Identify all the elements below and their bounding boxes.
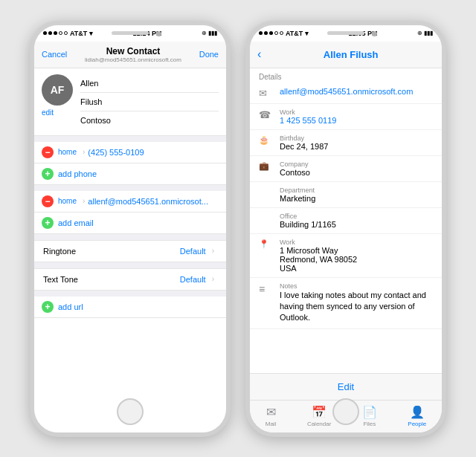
detail-dept-label: Department [280,187,433,194]
section-gap-5 [34,291,226,296]
section-gap-4 [34,262,226,268]
add-email-button[interactable]: + [42,217,54,229]
last-name-field[interactable]: Filush [80,93,219,111]
status-right-1: ⊕ ▮▮▮ [202,30,217,36]
email-value[interactable]: allenf@mod545651.onmicrosot... [88,197,208,206]
tab-mail[interactable]: ✉ Mail [266,405,277,427]
back-button[interactable]: ‹ [257,48,261,61]
detail-company-label: Company [280,161,433,168]
wifi-icon-2: ▾ [305,30,309,37]
calendar-tab-icon: 📅 [312,405,327,419]
phone-1: AT&T ▾ 11:24 PM ⊕ ▮▮▮ Cancel New Contact… [30,21,231,437]
detail-company-value: Contoso [280,168,433,177]
first-name-field[interactable]: Allen [80,74,219,93]
remove-phone-button[interactable]: − [42,146,54,158]
home-button-1[interactable] [117,398,144,425]
detail-email-info: allenf@mod545651.onmicrosoft.com [280,87,433,96]
add-phone-row[interactable]: + add phone [34,163,226,185]
detail-dept-info: Department Marketing [280,187,433,203]
phone-row: − home › (425) 555-0109 [34,142,226,163]
files-tab-label: Files [363,421,376,427]
home-button-2[interactable] [332,398,359,425]
wifi-icon-1: ▾ [89,30,93,37]
name-fields: Allen Filush Contoso [80,74,219,129]
detail-row-notes: ≡ Notes I love taking notes about my con… [250,278,442,329]
detail-birthday-info: Birthday Dec 24, 1987 [280,134,433,151]
section-gap-1 [34,136,226,142]
mail-tab-label: Mail [266,421,277,427]
detail-row-birthday: 🎂 Birthday Dec 24, 1987 [250,130,442,156]
avatar-section: AF edit Allen Filush Contoso [34,68,226,136]
phone-icon: ☎ [259,108,274,120]
detail-row-phone: ☎ Work 1 425 555 0119 [250,104,442,130]
birthday-icon: 🎂 [259,134,274,145]
people-tab-label: People [408,421,426,427]
speaker [112,31,149,35]
add-url-label: add url [58,302,83,311]
detail-phone-value[interactable]: 1 425 555 0119 [280,116,433,125]
tab-people[interactable]: 👤 People [408,405,426,427]
edit-bar: Edit [250,373,442,400]
texttone-chevron: › [212,275,214,283]
detail-title: Allen Filush [267,49,434,60]
detail-notes-info: Notes I love taking notes about my conta… [280,282,433,324]
detail-row-email: ✉ allenf@mod545651.onmicrosoft.com [250,82,442,104]
files-tab-icon: 📄 [362,405,377,419]
nav-subtitle-1: lidiah@mod545651.onmicrosoft.com [85,56,181,63]
done-button[interactable]: Done [199,50,219,59]
email-label-chevron: › [83,197,85,205]
remove-email-button[interactable]: − [42,195,54,207]
detail-birthday-label: Birthday [280,134,433,142]
detail-phone-info: Work 1 425 555 0119 [280,108,433,125]
ringtone-right: Default › [180,247,217,256]
section-gap-2 [34,185,226,191]
status-right-2: ⊕ ▮▮▮ [417,30,433,36]
cancel-button[interactable]: Cancel [42,50,67,59]
texttone-value: Default [180,275,206,284]
detail-nav: ‹ Allen Filush [250,42,442,68]
phone-label-tag[interactable]: home [58,148,77,156]
detail-row-department: Department Marketing [250,182,442,208]
company-field[interactable]: Contoso [80,111,219,129]
ringtone-value: Default [180,247,206,256]
ringtone-row[interactable]: Ringtone Default › [34,240,226,262]
add-url-button[interactable]: + [42,301,54,313]
detail-office-value: Building 1/1165 [280,220,433,229]
edit-label[interactable]: edit [42,108,80,117]
tab-calendar[interactable]: 📅 Calendar [307,405,331,427]
detail-row-office: Office Building 1/1165 [250,208,442,234]
department-icon [259,187,274,187]
detail-email-value[interactable]: allenf@mod545651.onmicrosoft.com [280,87,433,96]
detail-content: Details ✉ allenf@mod545651.onmicrosoft.c… [250,68,442,373]
detail-company-info: Company Contoso [280,161,433,177]
email-icon: ✉ [259,87,274,99]
detail-notes-value: I love taking notes about my contact and… [280,290,433,324]
texttone-row[interactable]: Text Tone Default › [34,268,226,291]
ringtone-chevron: › [212,247,214,255]
details-section-header: Details [250,68,442,82]
mail-tab-icon: ✉ [266,405,276,419]
add-email-label: add email [58,218,94,227]
email-label-tag[interactable]: home [58,197,77,205]
add-email-row[interactable]: + add email [34,213,226,234]
carrier-2: AT&T [286,30,303,37]
phone1-content: AF edit Allen Filush Contoso − home › (4… [34,68,226,432]
detail-birthday-value: Dec 24, 1987 [280,142,433,151]
battery-icon-2: ⊕ ▮▮▮ [417,30,433,36]
tab-files[interactable]: 📄 Files [362,405,377,427]
add-phone-button[interactable]: + [42,168,54,180]
phone-value[interactable]: (425) 555-0109 [88,148,144,157]
battery-icon-1: ⊕ ▮▮▮ [202,30,217,36]
people-tab-icon: 👤 [410,405,425,419]
section-gap-3 [34,234,226,240]
phone-2: AT&T ▾ 11:05 PM ⊕ ▮▮▮ ‹ Allen Filush Det… [245,21,446,437]
detail-office-info: Office Building 1/1165 [280,213,433,229]
texttone-label: Text Tone [43,275,78,284]
calendar-tab-label: Calendar [307,421,331,427]
detail-row-address: 📍 Work 1 Microsoft Way Redmond, WA 98052… [250,234,442,278]
detail-address-info: Work 1 Microsoft Way Redmond, WA 98052 U… [280,239,433,273]
company-icon: 💼 [259,161,274,171]
add-url-row[interactable]: + add url [34,296,226,318]
edit-button[interactable]: Edit [338,381,354,392]
speaker-2 [327,31,364,35]
